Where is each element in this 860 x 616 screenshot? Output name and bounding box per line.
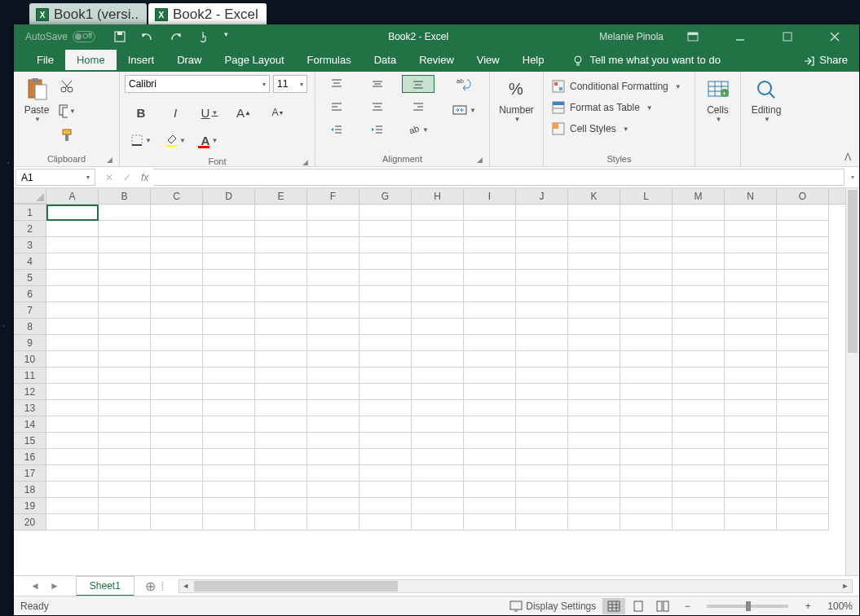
cell-O18[interactable] — [777, 482, 829, 498]
cell-M8[interactable] — [673, 319, 725, 335]
cell-N5[interactable] — [725, 270, 777, 286]
name-box[interactable]: A1▾ — [15, 169, 95, 186]
cell-N18[interactable] — [725, 482, 777, 498]
cell-B19[interactable] — [99, 498, 151, 514]
cell-B5[interactable] — [99, 270, 151, 286]
cell-K16[interactable] — [568, 449, 620, 465]
cell-H10[interactable] — [412, 351, 464, 367]
cell-A20[interactable] — [46, 514, 99, 530]
row-header-17[interactable]: 17 — [14, 465, 46, 482]
cell-M15[interactable] — [673, 433, 725, 449]
cell-O10[interactable] — [777, 351, 829, 367]
column-header-C[interactable]: C — [151, 188, 203, 204]
cell-H12[interactable] — [412, 384, 464, 400]
cell-A18[interactable] — [46, 482, 99, 498]
cell-E9[interactable] — [255, 335, 307, 351]
cell-C9[interactable] — [151, 335, 203, 351]
window-tab-book2[interactable]: X Book2 - Excel — [148, 3, 267, 24]
increase-font-button[interactable]: A▲ — [227, 103, 260, 122]
cell-G8[interactable] — [359, 319, 412, 335]
cell-J16[interactable] — [516, 449, 568, 465]
cell-C7[interactable] — [151, 302, 203, 319]
share-button[interactable]: Share — [803, 54, 848, 66]
cell-O14[interactable] — [777, 416, 829, 433]
minimize-icon[interactable] — [722, 25, 758, 48]
cell-G12[interactable] — [359, 384, 412, 400]
cell-J9[interactable] — [516, 335, 568, 351]
cell-J6[interactable] — [516, 286, 568, 302]
cell-G10[interactable] — [359, 351, 412, 367]
cell-N14[interactable] — [725, 416, 777, 433]
cell-H11[interactable] — [412, 367, 464, 384]
cell-G6[interactable] — [359, 286, 412, 302]
cell-A9[interactable] — [46, 335, 99, 351]
decrease-indent-button[interactable] — [320, 121, 353, 139]
cell-D18[interactable] — [203, 482, 255, 498]
row-header-18[interactable]: 18 — [14, 482, 46, 498]
cell-K5[interactable] — [568, 270, 620, 286]
column-header-O[interactable]: O — [777, 188, 829, 204]
cell-M12[interactable] — [673, 384, 725, 400]
cell-J17[interactable] — [516, 465, 568, 482]
cell-L8[interactable] — [620, 319, 673, 335]
cell-E4[interactable] — [255, 253, 307, 270]
cell-D1[interactable] — [203, 205, 255, 221]
cell-F11[interactable] — [307, 367, 359, 384]
cell-E17[interactable] — [255, 465, 307, 482]
cell-O1[interactable] — [777, 205, 829, 221]
cell-D4[interactable] — [203, 253, 255, 270]
cell-B1[interactable] — [99, 205, 151, 221]
cell-A14[interactable] — [46, 416, 99, 433]
cell-E6[interactable] — [255, 286, 307, 302]
cell-E18[interactable] — [255, 482, 307, 498]
cell-M19[interactable] — [673, 498, 725, 514]
cell-A10[interactable] — [46, 351, 99, 367]
tab-page-layout[interactable]: Page Layout — [214, 50, 296, 70]
cell-G7[interactable] — [359, 302, 412, 319]
expand-formula-bar-icon[interactable]: ▾ — [846, 174, 859, 181]
cell-F9[interactable] — [307, 335, 359, 351]
cell-C8[interactable] — [151, 319, 203, 335]
cell-C10[interactable] — [151, 351, 203, 367]
column-header-J[interactable]: J — [516, 188, 568, 204]
close-icon[interactable] — [817, 25, 853, 48]
cell-H17[interactable] — [412, 465, 464, 482]
column-header-I[interactable]: I — [464, 188, 516, 204]
tab-data[interactable]: Data — [363, 50, 408, 70]
format-as-table-button[interactable]: Format as Table▼ — [549, 99, 685, 116]
cell-L7[interactable] — [620, 302, 673, 319]
cell-M6[interactable] — [673, 286, 725, 302]
column-header-N[interactable]: N — [725, 188, 777, 204]
cut-button[interactable] — [58, 78, 76, 95]
cell-C17[interactable] — [151, 465, 203, 482]
cell-C1[interactable] — [151, 205, 203, 221]
cell-N4[interactable] — [725, 253, 777, 270]
cell-B17[interactable] — [99, 465, 151, 482]
fx-icon[interactable]: fx — [141, 172, 148, 183]
cell-D9[interactable] — [203, 335, 255, 351]
cell-C5[interactable] — [151, 270, 203, 286]
cell-I16[interactable] — [464, 449, 516, 465]
row-header-2[interactable]: 2 — [14, 221, 46, 237]
dialog-launcher-icon[interactable]: ◢ — [107, 156, 112, 164]
cell-M17[interactable] — [673, 465, 725, 482]
cell-N19[interactable] — [725, 498, 777, 514]
cell-M5[interactable] — [673, 270, 725, 286]
cell-A12[interactable] — [46, 384, 99, 400]
cell-M13[interactable] — [673, 400, 725, 416]
dialog-launcher-icon[interactable]: ◢ — [477, 156, 483, 164]
cell-A1[interactable] — [46, 205, 99, 221]
tab-view[interactable]: View — [465, 50, 511, 70]
cell-I18[interactable] — [464, 482, 516, 498]
cell-M10[interactable] — [673, 351, 725, 367]
row-header-5[interactable]: 5 — [14, 270, 46, 286]
cell-I9[interactable] — [464, 335, 516, 351]
cell-F13[interactable] — [307, 400, 359, 416]
cell-L19[interactable] — [620, 498, 673, 514]
cell-N3[interactable] — [725, 237, 777, 253]
column-header-G[interactable]: G — [359, 188, 412, 204]
cell-F6[interactable] — [307, 286, 359, 302]
cell-D12[interactable] — [203, 384, 255, 400]
cell-N1[interactable] — [725, 205, 777, 221]
autosave-toggle[interactable]: AutoSave Off — [25, 31, 95, 42]
